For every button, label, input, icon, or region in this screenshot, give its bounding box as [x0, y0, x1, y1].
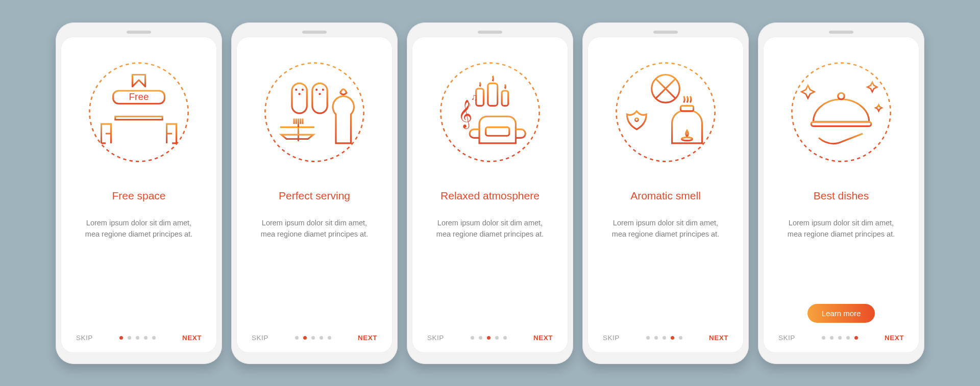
- phone-3: 𝄞 ♪ ♫ Relaxed atmosphere Lorem ipsum dol…: [407, 22, 573, 364]
- best-dishes-icon: [785, 56, 897, 168]
- page-dots: [822, 336, 858, 340]
- page-dots: [295, 336, 331, 340]
- screen-description: Lorem ipsum dolor sit dim amet, mea regi…: [431, 217, 549, 323]
- svg-point-7: [295, 88, 297, 90]
- next-button[interactable]: NEXT: [709, 334, 728, 342]
- next-button[interactable]: NEXT: [533, 334, 553, 342]
- skip-button[interactable]: SKIP: [603, 334, 620, 342]
- svg-point-12: [322, 88, 324, 90]
- phone-2: Perfect serving Lorem ipsum dolor sit di…: [231, 22, 398, 364]
- onboarding-screen: Best dishes Lorem ipsum dolor sit dim am…: [763, 37, 919, 353]
- page-dot[interactable]: [295, 336, 299, 340]
- page-dot[interactable]: [679, 336, 682, 340]
- page-dot[interactable]: [495, 336, 499, 340]
- svg-rect-10: [312, 83, 327, 113]
- screen-description: Lorem ipsum dolor sit dim amet, mea regi…: [256, 217, 373, 323]
- svg-rect-32: [811, 121, 871, 125]
- screen-description: Lorem ipsum dolor sit dim amet, mea regi…: [782, 217, 900, 300]
- page-dot[interactable]: [646, 336, 650, 340]
- svg-point-33: [838, 93, 845, 99]
- page-dot[interactable]: [303, 336, 307, 340]
- onboarding-screen: Free Free space Lorem ipsum dolor sit di…: [61, 37, 217, 353]
- nav-bar: SKIP NEXT: [252, 334, 377, 342]
- page-dot[interactable]: [320, 336, 323, 340]
- page-dot[interactable]: [152, 336, 156, 340]
- screen-description: Lorem ipsum dolor sit dim amet, mea regi…: [80, 217, 198, 323]
- page-dot[interactable]: [846, 336, 850, 340]
- page-dot[interactable]: [854, 336, 858, 340]
- onboarding-screen: Perfect serving Lorem ipsum dolor sit di…: [236, 37, 393, 353]
- phone-1: Free Free space Lorem ipsum dolor sit di…: [56, 22, 222, 364]
- svg-rect-16: [488, 83, 498, 106]
- onboarding-row: Free Free space Lorem ipsum dolor sit di…: [56, 22, 924, 364]
- nav-bar: SKIP NEXT: [778, 334, 904, 342]
- learn-more-button[interactable]: Learn more: [807, 304, 875, 323]
- skip-button[interactable]: SKIP: [76, 334, 93, 342]
- page-dot[interactable]: [311, 336, 315, 340]
- page-dot[interactable]: [671, 336, 674, 340]
- svg-point-8: [302, 88, 304, 90]
- phone-5: Best dishes Lorem ipsum dolor sit dim am…: [758, 22, 924, 364]
- page-dot[interactable]: [654, 336, 658, 340]
- svg-point-14: [440, 63, 539, 161]
- svg-text:♫: ♫: [471, 91, 478, 102]
- svg-point-13: [318, 93, 321, 95]
- svg-point-30: [682, 137, 693, 140]
- svg-point-9: [299, 93, 301, 95]
- page-dots: [646, 336, 682, 340]
- svg-point-31: [792, 63, 890, 161]
- screen-title: Best dishes: [790, 183, 892, 210]
- onboarding-screen: 𝄞 ♪ ♫ Relaxed atmosphere Lorem ipsum dol…: [412, 37, 568, 353]
- page-dot[interactable]: [471, 336, 474, 340]
- perfect-serving-icon: [258, 56, 371, 168]
- svg-point-5: [265, 63, 363, 161]
- page-dots: [471, 336, 507, 340]
- earpiece: [127, 31, 151, 34]
- page-dot[interactable]: [838, 336, 842, 340]
- earpiece: [478, 31, 502, 34]
- earpiece: [302, 31, 327, 34]
- screen-title: Aromatic smell: [615, 183, 717, 210]
- svg-point-0: [89, 63, 188, 161]
- next-button[interactable]: NEXT: [182, 334, 202, 342]
- next-button[interactable]: NEXT: [358, 334, 377, 342]
- earpiece: [829, 31, 853, 34]
- page-dots: [119, 336, 156, 340]
- nav-bar: SKIP NEXT: [76, 334, 202, 342]
- nav-bar: SKIP NEXT: [427, 334, 553, 342]
- screen-title: Perfect serving: [263, 183, 365, 210]
- screen-description: Lorem ipsum dolor sit dim amet, mea regi…: [607, 217, 724, 323]
- svg-rect-6: [292, 83, 307, 113]
- page-dot[interactable]: [830, 336, 834, 340]
- aromatic-icon: [609, 56, 722, 168]
- free-space-icon: Free: [83, 56, 195, 168]
- page-dot[interactable]: [328, 336, 331, 340]
- skip-button[interactable]: SKIP: [427, 334, 444, 342]
- svg-rect-17: [502, 91, 508, 106]
- next-button[interactable]: NEXT: [885, 334, 904, 342]
- skip-button[interactable]: SKIP: [778, 334, 795, 342]
- page-dot[interactable]: [503, 336, 507, 340]
- onboarding-screen: Aromatic smell Lorem ipsum dolor sit dim…: [587, 37, 744, 353]
- screen-title: Free space: [88, 183, 190, 210]
- page-dot[interactable]: [663, 336, 666, 340]
- svg-rect-2: [115, 116, 162, 119]
- page-dot[interactable]: [119, 336, 123, 340]
- svg-rect-29: [680, 106, 693, 111]
- screen-title: Relaxed atmosphere: [439, 183, 541, 210]
- svg-point-11: [315, 88, 317, 90]
- page-dot[interactable]: [822, 336, 825, 340]
- svg-text:Free: Free: [129, 91, 149, 101]
- relaxed-icon: 𝄞 ♪ ♫: [434, 56, 546, 168]
- page-dot[interactable]: [479, 336, 482, 340]
- page-dot[interactable]: [136, 336, 139, 340]
- page-dot[interactable]: [128, 336, 131, 340]
- skip-button[interactable]: SKIP: [252, 334, 268, 342]
- phone-4: Aromatic smell Lorem ipsum dolor sit dim…: [582, 22, 749, 364]
- page-dot[interactable]: [144, 336, 148, 340]
- earpiece: [653, 31, 678, 34]
- svg-point-28: [635, 118, 638, 121]
- page-dot[interactable]: [487, 336, 491, 340]
- nav-bar: SKIP NEXT: [603, 334, 728, 342]
- svg-rect-18: [486, 127, 509, 136]
